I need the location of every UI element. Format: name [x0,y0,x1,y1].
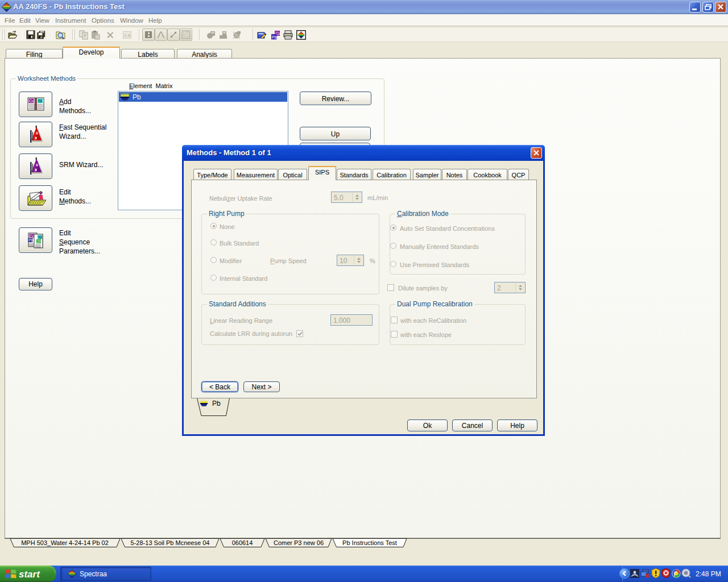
svg-text:3.8: 3.8 [124,33,131,38]
svg-text:Cu: Cu [29,99,34,103]
svg-text:Pb: Pb [272,35,277,39]
svg-text:Pb Instructions Test: Pb Instructions Test [342,539,397,546]
svg-text:Zn: Zn [37,239,42,243]
svg-text:Comer P3 new 06: Comer P3 new 06 [274,539,324,546]
svg-text:Ni: Ni [38,235,42,239]
svg-text:LOG: LOG [183,31,189,34]
svg-text:Cu: Cu [30,234,35,238]
svg-text:060614: 060614 [232,539,253,546]
svg-text:start: start [19,569,40,580]
svg-text:MPH 503_Water 4-24-14 Pb 02: MPH 503_Water 4-24-14 Pb 02 [21,539,109,546]
svg-text:Pb: Pb [212,400,221,408]
svg-text:5-28-13 Soil Pb Mcneese 04: 5-28-13 Soil Pb Mcneese 04 [131,539,210,546]
svg-text:Pb: Pb [28,238,33,242]
svg-text:Ni: Ni [38,99,42,103]
